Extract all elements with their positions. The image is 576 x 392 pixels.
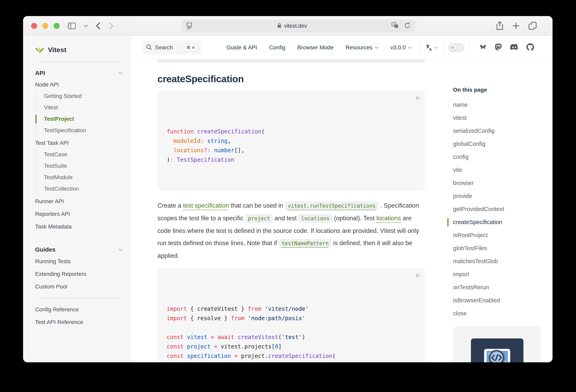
reload-icon[interactable]: [404, 22, 411, 30]
outline-link-provide[interactable]: provide: [453, 190, 547, 203]
page-body: createSpecification ts function createSp…: [131, 59, 552, 362]
sidebar-item-api[interactable]: API: [35, 69, 122, 77]
nav-resources[interactable]: Resources: [346, 44, 378, 51]
outline-link-globtestfiles[interactable]: globTestFiles: [453, 242, 547, 255]
sidebar-item-custom-pool[interactable]: Custom Pool: [35, 281, 122, 292]
header-divider: [469, 43, 469, 53]
nav-browser-mode[interactable]: Browser Mode: [297, 44, 334, 51]
share-icon[interactable]: [496, 21, 504, 30]
sidebar-divider: [35, 238, 122, 239]
sidebar-item-testcollection[interactable]: TestCollection: [36, 183, 122, 195]
sidebar-item-getting-started[interactable]: Getting Started: [36, 90, 122, 102]
outline-link-vite[interactable]: vite: [453, 163, 547, 177]
zoom-window-button[interactable]: [54, 23, 59, 29]
sidebar-item-node-api[interactable]: Node API: [35, 79, 122, 90]
inline-code-project[interactable]: project: [245, 214, 273, 223]
code-line: import { resolve } from 'node:path/posix…: [167, 314, 416, 323]
language-menu[interactable]: A: [425, 44, 438, 52]
sidebar-item-vitest[interactable]: Vitest: [36, 102, 122, 113]
address-bar[interactable]: vitest.dev Ax: [181, 20, 415, 32]
code-language-badge: ts: [416, 93, 419, 103]
outline-link-config[interactable]: config: [453, 151, 547, 163]
sidebar-item-config-reference[interactable]: Config Reference: [35, 304, 122, 315]
back-button[interactable]: [96, 22, 101, 30]
mastodon-icon[interactable]: [495, 43, 502, 52]
link-test-specification[interactable]: test specification: [183, 202, 229, 209]
sidebar-item-testmodule[interactable]: TestModule: [36, 172, 122, 183]
nav-config[interactable]: Config: [269, 44, 285, 51]
outline-link-globalconfig[interactable]: globalConfig: [453, 137, 547, 151]
code-line: const project = vitest.projects[0]: [167, 342, 416, 351]
site-title: Vitest: [48, 46, 66, 54]
sidebar-item-label: Vitest: [44, 104, 58, 111]
outline-title: On this page: [453, 87, 547, 93]
code-line: locations?: number[],: [167, 146, 416, 155]
theme-toggle[interactable]: [448, 43, 464, 52]
link-locations[interactable]: locations: [376, 215, 401, 222]
close-window-button[interactable]: [31, 23, 37, 29]
sidebar-item-label: Getting Started: [44, 93, 82, 99]
code-language-badge: ts: [416, 271, 419, 280]
outline-link-isbrowserenabled[interactable]: isBrowserEnabled: [453, 294, 547, 307]
sidebar-chevron-icon[interactable]: [84, 25, 88, 27]
github-icon[interactable]: [526, 43, 534, 52]
outline-link-close[interactable]: close: [453, 307, 547, 320]
sidebar-item-label: Guides: [35, 246, 56, 253]
forward-button[interactable]: [109, 22, 114, 30]
sidebar-item-label: Task Metadata: [35, 223, 72, 230]
page-title: createSpecification: [157, 73, 425, 85]
lock-icon: [277, 23, 282, 30]
sidebar-item-testsuite[interactable]: TestSuite: [36, 160, 122, 172]
sidebar-divider: [35, 298, 122, 298]
url-text: vitest.dev: [284, 23, 307, 29]
outline-link-getprovidedcontext[interactable]: getProvidedContext: [453, 203, 547, 216]
nav-v3-0-0[interactable]: v3.0.0: [390, 44, 412, 51]
code-block-example[interactable]: ts import { createVitest } from 'vitest/…: [157, 268, 425, 362]
new-tab-icon[interactable]: [512, 22, 520, 30]
sidebar-item-task-metadata[interactable]: Task Metadata: [35, 221, 122, 233]
nav-guide-api[interactable]: Guide & API: [227, 44, 257, 51]
outline-link-vitest[interactable]: vitest: [453, 111, 547, 124]
sidebar-item-reporters-api[interactable]: Reporters API: [35, 209, 122, 220]
sidebar-item-test-api-reference[interactable]: Test API Reference: [35, 317, 122, 328]
code-line: const vitest = await createVitest('test'…: [167, 332, 416, 342]
inline-code-link-testnamepattern[interactable]: testNamePattern: [279, 239, 332, 248]
sidebar-item-test-task-api[interactable]: Test Task API: [35, 137, 122, 149]
outline-link-import[interactable]: import: [453, 268, 547, 281]
bluesky-icon[interactable]: [479, 44, 487, 51]
sidebar-item-testproject[interactable]: TestProject: [36, 113, 122, 125]
tab-overview-icon[interactable]: [528, 22, 537, 30]
sidebar-item-extending-reporters[interactable]: Extending Reporters: [35, 268, 122, 280]
sidebar-item-label: Custom Pool: [35, 283, 67, 290]
outline-link-name[interactable]: name: [453, 98, 547, 111]
outline-link-isrootproject[interactable]: isRootProject: [453, 229, 547, 242]
sidebar-item-running-tests[interactable]: Running Tests: [35, 256, 122, 267]
outline-link-serializedconfig[interactable]: serializedConfig: [453, 124, 547, 137]
sponsor-card[interactable]: [453, 326, 541, 362]
sidebar-item-testcase[interactable]: TestCase: [36, 149, 122, 160]
translate-icon[interactable]: Ax: [392, 22, 399, 30]
site-logo[interactable]: Vitest: [35, 45, 122, 55]
minimize-window-button[interactable]: [42, 23, 48, 29]
code-block-signature[interactable]: ts function createSpecification( moduleI…: [157, 90, 425, 191]
top-nav: Guide & APIConfigBrowser ModeResourcesv3…: [227, 44, 412, 51]
doc-content: createSpecification ts function createSp…: [157, 59, 425, 362]
inline-code-link-vitest-runtestspecifications[interactable]: vitest.runTestSpecifications: [285, 201, 378, 210]
sponsor-image: [471, 338, 523, 362]
safari-window: vitest.dev Ax: [23, 16, 552, 362]
code-line: [167, 323, 416, 332]
translate-language-icon: A: [425, 44, 433, 52]
sidebar-toggle-icon[interactable]: [68, 22, 76, 30]
search-input[interactable]: Search ⌘ K: [143, 40, 201, 55]
outline-link-browser[interactable]: browser: [453, 177, 547, 190]
inline-code-locations[interactable]: locations: [298, 214, 332, 223]
sidebar-item-runner-api[interactable]: Runner API: [35, 196, 122, 207]
chevron-down-icon: [435, 46, 438, 49]
outline-link-createspecification[interactable]: createSpecification: [453, 216, 547, 229]
outline-link-ontestsrerun[interactable]: onTestsRerun: [453, 281, 547, 294]
reader-view-icon[interactable]: [186, 22, 193, 30]
sidebar-item-testspecification[interactable]: TestSpecification: [36, 125, 122, 136]
sidebar-item-guides[interactable]: Guides: [35, 245, 122, 254]
outline-link-matchestestglob[interactable]: matchesTestGlob: [453, 255, 547, 268]
discord-icon[interactable]: [510, 44, 518, 51]
